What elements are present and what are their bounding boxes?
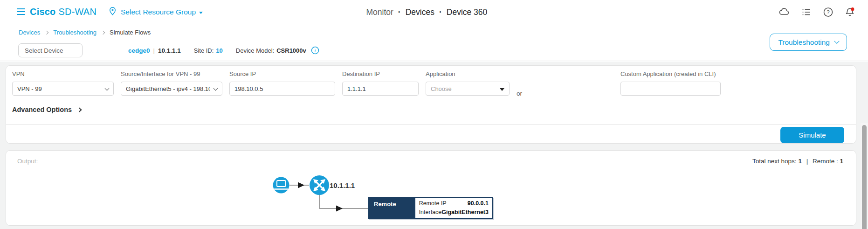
custom-application-field: Custom Application (created in CLI) <box>620 70 721 96</box>
source-ip-field: Source IP <box>229 70 335 96</box>
remote-card-rows: Remote IP 90.0.0.1 Interface GigabitEthe… <box>415 198 492 218</box>
arrow-right-icon <box>298 182 304 188</box>
triangle-down-icon <box>500 88 504 91</box>
menu-icon[interactable] <box>17 8 25 15</box>
advanced-options-toggle[interactable]: Advanced Options <box>12 106 81 113</box>
remote-card-title: Remote <box>369 198 415 218</box>
vpn-field: VPN VPN - 99 <box>12 70 114 96</box>
edge-router-icon <box>310 175 329 195</box>
chevron-right-icon <box>77 107 82 112</box>
flow-link-line <box>319 195 368 208</box>
sdwan-app: CiscoSD-WAN Select Resource Group Monito… <box>0 0 868 229</box>
troubleshooting-dropdown-button[interactable]: Troubleshooting <box>770 34 847 51</box>
custom-application-label: Custom Application (created in CLI) <box>620 70 721 77</box>
sub-header: Devices Troubleshooting Simulate Flows S… <box>0 25 868 61</box>
chevron-down-icon <box>834 38 839 43</box>
vertical-scrollbar <box>861 123 868 229</box>
destination-ip-input[interactable] <box>342 82 419 96</box>
remote-interface-row: Interface GigabitEthernet3 <box>419 208 489 217</box>
location-pin-icon <box>108 6 117 18</box>
application-select[interactable]: Choose <box>426 82 510 96</box>
help-icon[interactable]: ? <box>822 6 834 18</box>
source-ip-input[interactable] <box>229 82 335 96</box>
device-model-label: Device Model: <box>236 47 274 54</box>
chevron-right-icon <box>45 30 48 34</box>
source-host-icon <box>273 177 289 194</box>
site-id-value: 10 <box>216 47 222 54</box>
device-info-bar: cedge0 | 10.1.1.1 Site ID: 10 Device Mod… <box>128 43 319 57</box>
svg-text:i: i <box>314 48 316 53</box>
svg-text:?: ? <box>827 9 829 15</box>
custom-application-input[interactable] <box>620 82 721 96</box>
app-header: CiscoSD-WAN Select Resource Group Monito… <box>0 0 868 24</box>
brand-logo: CiscoSD-WAN <box>30 7 96 17</box>
source-interface-label: Source/Interface for VPN - 99 <box>121 70 222 77</box>
notification-badge <box>851 7 854 11</box>
brand-secondary: SD-WAN <box>58 7 96 17</box>
breadcrumb-simulate-flows: Simulate Flows <box>110 29 151 36</box>
breadcrumb-devices[interactable]: Devices <box>19 29 40 36</box>
or-label: or <box>517 90 522 97</box>
breadcrumb: Devices Troubleshooting Simulate Flows <box>19 29 151 36</box>
page-title: Monitor · Devices · Device 360 <box>366 0 487 24</box>
source-interface-field: Source/Interface for VPN - 99 GigabitEth… <box>121 70 222 96</box>
nav-monitor: Monitor <box>366 7 393 17</box>
chevron-down-icon <box>214 86 218 91</box>
application-label: Application <box>426 70 510 77</box>
resource-group-label: Select Resource Group <box>121 8 196 16</box>
diagram-device-ip: 10.1.1.1 <box>330 181 355 189</box>
info-icon[interactable]: i <box>311 46 319 55</box>
destination-ip-field: Destination IP <box>342 70 419 96</box>
cloud-icon[interactable] <box>778 6 790 18</box>
page-body: VPN VPN - 99 Source/Interface for VPN - … <box>0 62 868 229</box>
vpn-select[interactable]: VPN - 99 <box>12 82 114 96</box>
resource-group-selector[interactable]: Select Resource Group <box>108 6 203 18</box>
nav-device-360: Device 360 <box>447 7 488 17</box>
form-footer: Simulate <box>6 124 856 143</box>
simulate-button[interactable]: Simulate <box>780 127 844 143</box>
device-hostname[interactable]: cedge0 <box>128 47 150 54</box>
application-field: Application Choose <box>426 70 510 96</box>
remote-next-hop-card: Remote Remote IP 90.0.0.1 Interface Giga… <box>368 197 493 219</box>
select-device-dropdown[interactable]: Select Device <box>18 43 83 57</box>
device-model-value: CSR1000v <box>276 47 306 54</box>
scrollbar-thumb[interactable] <box>862 125 867 229</box>
simulate-flows-form: VPN VPN - 99 Source/Interface for VPN - … <box>6 65 856 144</box>
nav-devices: Devices <box>406 7 434 17</box>
header-actions: ? <box>778 0 856 24</box>
task-list-icon[interactable] <box>800 6 812 18</box>
output-panel: Output: Total next hops: 1 | Remote : 1 <box>6 150 856 226</box>
brand-primary: Cisco <box>30 7 55 17</box>
chevron-right-icon <box>101 30 105 34</box>
source-ip-label: Source IP <box>229 70 335 77</box>
notifications-bell-icon[interactable] <box>844 6 856 18</box>
remote-ip-row: Remote IP 90.0.0.1 <box>419 199 489 208</box>
vpn-label: VPN <box>12 70 114 77</box>
device-system-ip: 10.1.1.1 <box>158 47 181 54</box>
arrow-right-icon <box>336 206 343 212</box>
source-interface-select[interactable]: GigabitEthernet5 - ipv4 - 198.10.0.1 <box>121 82 222 96</box>
destination-ip-label: Destination IP <box>342 70 419 77</box>
chevron-down-icon <box>105 86 110 91</box>
breadcrumb-troubleshooting[interactable]: Troubleshooting <box>53 29 96 36</box>
caret-down-icon <box>199 12 203 14</box>
site-id-label: Site ID: <box>194 47 214 54</box>
